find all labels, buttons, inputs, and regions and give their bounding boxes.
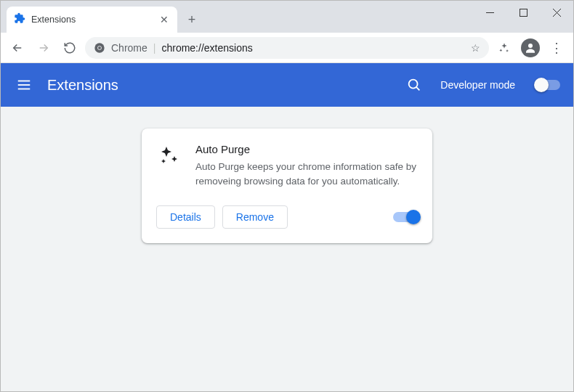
details-button[interactable]: Details [156,205,215,229]
browser-tab[interactable]: Extensions ✕ [7,7,177,33]
close-tab-icon[interactable]: ✕ [158,14,170,25]
page-title: Extensions [47,77,388,94]
bookmark-star-icon[interactable]: ☆ [471,42,480,54]
extension-name: Auto Purge [195,143,418,155]
extensions-content: Auto Purge Auto Purge keeps your chrome … [1,107,573,392]
close-window-button[interactable] [540,1,573,24]
extensions-header: Extensions Developer mode [1,63,573,107]
search-icon[interactable] [401,72,427,98]
window-controls [473,1,573,24]
remove-button[interactable]: Remove [222,205,288,229]
hamburger-menu-icon[interactable] [14,75,34,95]
svg-point-6 [98,46,101,49]
profile-avatar[interactable] [520,37,541,59]
svg-rect-1 [520,9,527,16]
url-separator: | [153,42,156,54]
svg-point-7 [528,44,533,48]
url-scheme: Chrome [111,42,147,54]
chrome-icon [94,42,105,54]
svg-point-11 [409,80,418,89]
tab-title: Extensions [31,15,153,25]
developer-mode-toggle[interactable] [535,80,560,90]
developer-mode-label: Developer mode [440,79,515,91]
extension-enable-toggle[interactable] [393,212,418,222]
minimize-button[interactable] [473,1,506,24]
back-button[interactable] [7,37,28,59]
extension-card: Auto Purge Auto Purge keeps your chrome … [142,128,432,243]
extension-description: Auto Purge keeps your chrome information… [195,160,418,189]
reload-button[interactable] [59,37,81,59]
svg-line-12 [416,87,419,90]
sparkle-icon [156,143,182,169]
address-bar[interactable]: Chrome | chrome://extensions ☆ [85,37,489,59]
maximize-button[interactable] [506,1,540,24]
window-titlebar: Extensions ✕ + [1,1,573,33]
sparkle-extension-icon[interactable] [493,37,515,59]
browser-toolbar: Chrome | chrome://extensions ☆ ⋮ [1,33,573,63]
browser-menu-button[interactable]: ⋮ [546,37,567,59]
url-path: chrome://extensions [161,42,252,54]
new-tab-button[interactable]: + [182,9,202,30]
puzzle-piece-icon [14,12,25,27]
forward-button[interactable] [33,37,54,59]
